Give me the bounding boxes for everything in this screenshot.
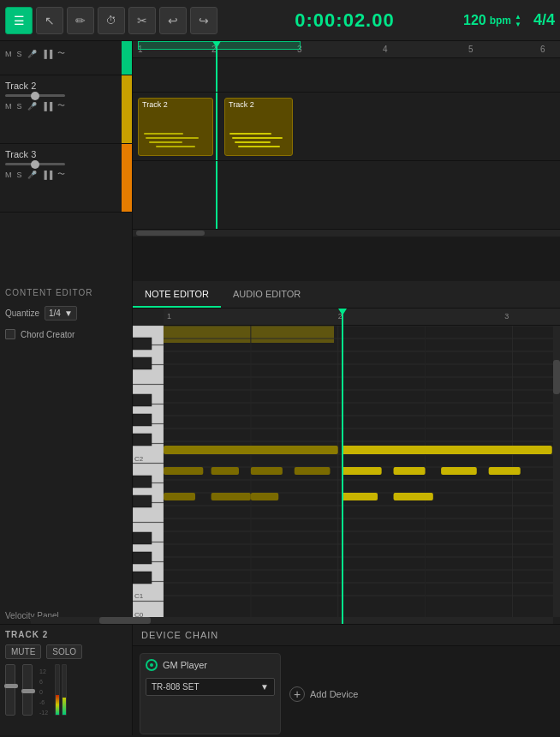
volume-fader-container <box>5 664 15 716</box>
svg-rect-55 <box>164 467 203 475</box>
track-2-record[interactable]: 🎤 <box>27 102 37 111</box>
pan-fader-container <box>22 664 33 716</box>
track-2-color <box>122 75 132 143</box>
track-1-auto[interactable]: 〜 <box>57 48 65 59</box>
tab-audio-editor[interactable]: AUDIO EDITOR <box>221 281 313 308</box>
track-2-header: Track 2 M S 🎤 ▐▐ 〜 <box>0 75 132 144</box>
svg-rect-19 <box>133 414 152 426</box>
track-2-solo[interactable]: S <box>17 102 22 111</box>
svg-rect-24 <box>133 552 152 564</box>
note-grid-svg <box>164 326 560 624</box>
device-power-dot <box>150 663 153 667</box>
content-editor-title: CONTENT EDITOR <box>5 288 127 297</box>
time-display: 0:00:02.00 <box>229 9 460 32</box>
cursor-button[interactable]: ↖ <box>36 7 63 34</box>
ruler-mark-5: 5 <box>468 45 474 54</box>
track2-bottom-label: TRACK 2 <box>5 630 127 639</box>
note-editor-vscroll-thumb[interactable] <box>553 360 560 394</box>
svg-text:C1: C1 <box>134 592 144 600</box>
undo-button[interactable]: ↩ <box>159 7 187 34</box>
track-3-auto[interactable]: 〜 <box>57 169 65 180</box>
timeline-scrollbar[interactable] <box>133 230 560 237</box>
track-2-block-2-midi <box>229 131 289 150</box>
device-preset-select[interactable]: TR-808 SET ▼ <box>146 678 275 696</box>
svg-rect-66 <box>489 467 521 475</box>
bpm-arrows[interactable]: ▲ ▼ <box>515 13 521 28</box>
timeline-scroll-thumb[interactable] <box>136 231 205 236</box>
scissors-button[interactable]: ✂ <box>128 7 156 34</box>
track-3-record[interactable]: 🎤 <box>27 171 37 179</box>
pan-fader[interactable] <box>22 664 33 716</box>
device-power-button[interactable] <box>146 659 158 671</box>
mute-solo-buttons: MUTE SOLO <box>5 644 127 659</box>
redo-button[interactable]: ↪ <box>190 7 217 34</box>
piano-svg: C2 C1 <box>133 326 164 624</box>
track-3-name: Track 3 <box>5 149 127 159</box>
track-3-header: Track 3 M S 🎤 ▐▐ 〜 <box>0 144 132 213</box>
track-2-block-1[interactable]: Track 2 <box>138 98 213 156</box>
volume-fader[interactable] <box>5 664 15 716</box>
undo-icon: ↩ <box>168 14 178 27</box>
bottom-panels: CONTENT EDITOR Quantize 1/4 ▼ Chord Crea… <box>0 281 560 624</box>
tab-note-editor[interactable]: NOTE EDITOR <box>133 281 221 308</box>
note-editor-hscrollbar[interactable] <box>31 617 553 624</box>
note-editor-hscroll-thumb[interactable] <box>99 617 151 624</box>
svg-rect-22 <box>133 495 152 507</box>
track-2-timeline-row: Track 2 Track 2 <box>133 93 560 161</box>
track-2-playhead <box>216 93 217 160</box>
track-2-eq[interactable]: ▐▐ <box>42 102 53 111</box>
solo-button[interactable]: SOLO <box>46 644 82 659</box>
track-1-solo[interactable]: S <box>17 50 22 58</box>
track2-bottom-controls: TRACK 2 MUTE SOLO 12 6 0 -6 <box>0 625 133 735</box>
track-2-buttons: M S 🎤 ▐▐ 〜 <box>5 100 127 111</box>
track-2-auto[interactable]: 〜 <box>57 100 65 111</box>
track-3-solo[interactable]: S <box>17 171 22 179</box>
ruler-mark-4: 4 <box>383 45 388 54</box>
piano-keys: C2 C1 <box>133 309 164 624</box>
bpm-display[interactable]: 120 bpm ▲ ▼ <box>463 13 521 28</box>
ne-ruler-1: 1 <box>167 312 171 321</box>
pencil-button[interactable]: ✏ <box>67 7 94 34</box>
chord-creator-checkbox[interactable] <box>5 329 15 339</box>
quantize-value: 1/4 <box>49 309 61 318</box>
fader-section: 12 6 0 -6 -12 <box>5 664 127 717</box>
cursor-icon: ↖ <box>45 14 55 27</box>
track-1-eq[interactable]: ▐▐ <box>42 50 53 58</box>
note-editor-panel: NOTE EDITOR AUDIO EDITOR C2 <box>133 281 560 624</box>
svg-rect-21 <box>133 476 152 488</box>
quantize-select[interactable]: 1/4 ▼ <box>45 306 77 321</box>
note-grid[interactable]: 1 2 3 <box>164 309 560 624</box>
svg-text:C2: C2 <box>134 455 144 463</box>
track-1-record[interactable]: 🎤 <box>27 50 37 58</box>
vu-meter <box>55 664 67 716</box>
svg-rect-59 <box>164 493 195 500</box>
ruler-mark-6: 6 <box>540 45 545 54</box>
track-2-block-2[interactable]: Track 2 <box>224 98 293 156</box>
clock-button[interactable]: ⏱ <box>98 7 125 34</box>
track-3-eq[interactable]: ▐▐ <box>42 171 53 179</box>
note-editor-vscrollbar[interactable] <box>553 309 560 617</box>
device-chain-title: DEVICE CHAIN <box>141 630 218 640</box>
timeline-playhead-marker <box>216 41 217 58</box>
mute-button[interactable]: MUTE <box>5 644 41 659</box>
menu-button[interactable]: ☰ <box>5 7 33 34</box>
track-2-volume-slider[interactable] <box>5 94 65 97</box>
vu-level-left <box>56 695 59 715</box>
vu-meter-right <box>62 664 67 716</box>
content-editor: CONTENT EDITOR Quantize 1/4 ▼ Chord Crea… <box>0 281 133 624</box>
track-3-volume-slider[interactable] <box>5 163 65 165</box>
add-device-button[interactable]: + Add Device <box>289 686 358 702</box>
track-3-mute[interactable]: M <box>5 171 12 179</box>
bpm-value: 120 <box>463 13 486 28</box>
bpm-label: bpm <box>490 15 511 27</box>
svg-rect-56 <box>211 467 239 475</box>
svg-rect-25 <box>133 572 152 584</box>
bpm-down-icon[interactable]: ▼ <box>515 21 521 28</box>
bpm-up-icon[interactable]: ▲ <box>515 13 521 21</box>
track-1-mute[interactable]: M <box>5 50 12 58</box>
level-labels: 12 6 0 -6 -12 <box>39 666 48 717</box>
track-3-buttons: M S 🎤 ▐▐ 〜 <box>5 169 127 180</box>
track-2-mute[interactable]: M <box>5 102 12 111</box>
svg-rect-67 <box>342 493 378 500</box>
track-1-header: M S 🎤 ▐▐ 〜 <box>0 41 132 75</box>
